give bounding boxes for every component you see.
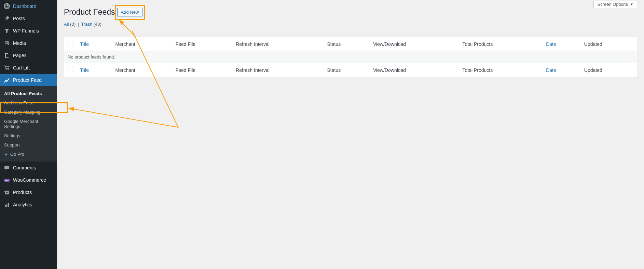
sidebar-subitem-add-new-feed[interactable]: Add New Feed — [0, 98, 57, 107]
funnel-icon — [3, 27, 10, 34]
sidebar-subitem-all-feeds[interactable]: All Product Feeds — [0, 89, 57, 98]
col-updated: Updated — [581, 63, 637, 77]
sidebar-item-products[interactable]: Products — [0, 186, 57, 198]
woo-icon: Woo — [3, 177, 10, 183]
sidebar-subitem-settings[interactable]: Settings — [0, 131, 57, 140]
col-refresh-interval: Refresh Interval — [232, 37, 324, 51]
svg-rect-7 — [4, 191, 9, 192]
sidebar-label: Media — [13, 40, 54, 46]
sidebar-item-woocommerce[interactable]: Woo WooCommerce — [0, 174, 57, 186]
sidebar-subitem-support[interactable]: Support — [0, 140, 57, 150]
col-date[interactable]: Date — [543, 37, 581, 51]
filter-all-link[interactable]: All — [64, 22, 69, 27]
gopro-label: Go Pro — [10, 152, 24, 157]
col-updated: Updated — [581, 37, 637, 51]
filter-trash-link[interactable]: Trash — [81, 22, 92, 27]
col-status: Status — [324, 63, 370, 77]
sidebar-item-analytics[interactable]: Analytics — [0, 198, 57, 211]
page-icon — [3, 52, 10, 59]
table-empty-row: No product feeds found. — [64, 51, 637, 63]
pin-icon — [3, 15, 10, 22]
empty-message: No product feeds found. — [64, 51, 637, 63]
col-view-download: View/Download — [370, 37, 459, 51]
screen-options-label: Screen Options — [597, 2, 628, 7]
archive-icon — [3, 189, 10, 196]
add-new-button[interactable]: Add New — [117, 8, 143, 16]
sidebar-label: Pages — [13, 53, 54, 58]
svg-rect-9 — [6, 192, 8, 193]
sidebar-label: WP Funnels — [13, 28, 54, 34]
svg-text:Woo: Woo — [5, 179, 9, 181]
annotation-arrow-2 — [60, 103, 183, 130]
col-merchant: Merchant — [112, 37, 172, 51]
filter-separator: | — [77, 22, 80, 27]
col-view-download: View/Download — [370, 63, 459, 77]
col-total-products: Total Products — [459, 37, 543, 51]
sidebar-label: Products — [13, 190, 54, 195]
filter-all-count: (0) — [70, 22, 76, 27]
star-icon: ★ — [4, 152, 8, 157]
sidebar-item-cartlift[interactable]: Cart Lift — [0, 62, 57, 74]
sidebar-item-comments[interactable]: Comments — [0, 162, 57, 174]
svg-rect-12 — [8, 203, 9, 207]
col-title[interactable]: Title — [77, 63, 112, 77]
svg-rect-11 — [6, 204, 8, 207]
media-icon — [3, 40, 10, 47]
sidebar-label: Analytics — [13, 202, 54, 207]
col-title[interactable]: Title — [77, 37, 112, 51]
feeds-table: Title Merchant Feed File Refresh Interva… — [64, 37, 637, 77]
sidebar-item-media[interactable]: Media — [0, 37, 57, 49]
table-footer-row: Title Merchant Feed File Refresh Interva… — [64, 63, 637, 77]
svg-point-4 — [8, 69, 9, 70]
cart-icon — [3, 64, 10, 71]
sidebar-item-dashboard[interactable]: Dashboard — [0, 0, 57, 12]
sidebar-subitem-category-mapping[interactable]: Category Mapping — [0, 107, 57, 117]
admin-sidebar: Dashboard Posts WP Funnels Media Pages C… — [0, 0, 57, 269]
table-header-row: Title Merchant Feed File Refresh Interva… — [64, 37, 637, 51]
sidebar-submenu: All Product Feeds Add New Feed Category … — [0, 86, 57, 162]
sidebar-label: Cart Lift — [13, 65, 54, 71]
filter-trash-count: (48) — [94, 22, 101, 27]
chart-icon — [3, 77, 10, 84]
col-merchant: Merchant — [112, 63, 172, 77]
col-date[interactable]: Date — [543, 63, 581, 77]
chevron-down-icon: ▼ — [630, 2, 633, 6]
sidebar-label: Comments — [13, 165, 54, 170]
sidebar-item-posts[interactable]: Posts — [0, 12, 57, 25]
svg-rect-10 — [5, 205, 6, 207]
sidebar-subitem-google-merchant[interactable]: Google Merchant Settings — [0, 117, 57, 131]
main-content: Screen Options ▼ Product Feeds Add New A… — [57, 0, 644, 269]
filter-links: All (0) | Trash (48) — [64, 22, 637, 27]
select-all-checkbox[interactable] — [68, 41, 73, 46]
sidebar-item-pages[interactable]: Pages — [0, 49, 57, 62]
dashboard-icon — [3, 3, 10, 10]
sidebar-item-productfeed[interactable]: Product Feed — [0, 74, 57, 86]
col-total-products: Total Products — [459, 63, 543, 77]
page-title: Product Feeds — [64, 8, 115, 17]
sidebar-label: Posts — [13, 16, 54, 21]
svg-rect-2 — [5, 53, 8, 54]
col-feed-file: Feed File — [172, 63, 232, 77]
col-refresh-interval: Refresh Interval — [232, 63, 324, 77]
sidebar-label: Product Feed — [13, 77, 54, 83]
sidebar-label: Dashboard — [13, 3, 54, 9]
svg-line-14 — [69, 108, 178, 127]
col-feed-file: Feed File — [172, 37, 232, 51]
screen-options-button[interactable]: Screen Options ▼ — [593, 1, 637, 8]
col-status: Status — [324, 37, 370, 51]
select-all-checkbox-footer[interactable] — [68, 67, 73, 72]
sidebar-subitem-gopro[interactable]: ★ Go Pro — [0, 150, 57, 159]
svg-point-3 — [6, 69, 7, 70]
sidebar-label: WooCommerce — [13, 177, 54, 183]
analytics-icon — [3, 201, 10, 208]
sidebar-item-wpfunnels[interactable]: WP Funnels — [0, 25, 57, 37]
comment-icon — [3, 164, 10, 171]
